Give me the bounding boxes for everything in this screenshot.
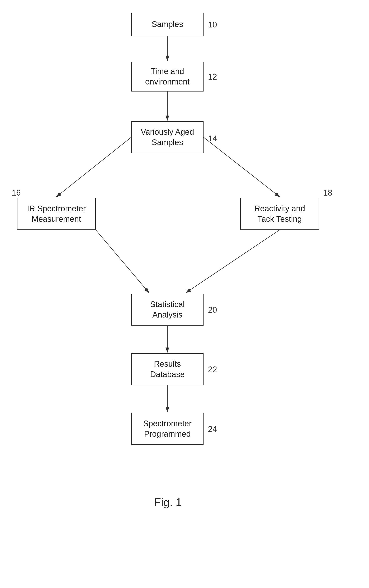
samples-label: Samples [152,19,183,30]
samples-ref: 10 [208,20,217,29]
spectrometer-programmed-box: SpectrometerProgrammed [131,413,204,445]
time-environment-label: Time andenvironment [145,66,189,87]
spectrometer-programmed-ref: 24 [208,425,217,434]
diagram: Samples 10 Time andenvironment 12 Variou… [0,0,369,588]
statistical-analysis-label: StatisticalAnalysis [150,299,185,320]
svg-line-6 [186,230,280,293]
reactivity-tack-box: Reactivity andTack Testing [240,198,319,230]
svg-line-3 [56,137,131,197]
results-database-box: ResultsDatabase [131,353,204,385]
svg-line-5 [96,230,149,293]
samples-box: Samples [131,13,204,36]
ir-spectrometer-ref: 16 [12,188,21,198]
ir-spectrometer-label: IR SpectrometerMeasurement [27,203,86,224]
variously-aged-ref: 14 [208,134,217,143]
results-database-label: ResultsDatabase [150,359,185,380]
results-database-ref: 22 [208,365,217,374]
svg-line-4 [204,137,280,197]
time-environment-box: Time andenvironment [131,62,204,92]
time-environment-ref: 12 [208,72,217,82]
variously-aged-box: Variously AgedSamples [131,121,204,153]
statistical-analysis-ref: 20 [208,305,217,315]
reactivity-tack-ref: 18 [323,188,332,198]
ir-spectrometer-box: IR SpectrometerMeasurement [17,198,96,230]
statistical-analysis-box: StatisticalAnalysis [131,294,204,326]
reactivity-tack-label: Reactivity andTack Testing [254,203,305,224]
variously-aged-label: Variously AgedSamples [141,127,194,148]
spectrometer-programmed-label: SpectrometerProgrammed [143,418,192,440]
figure-label: Fig. 1 [138,496,198,509]
